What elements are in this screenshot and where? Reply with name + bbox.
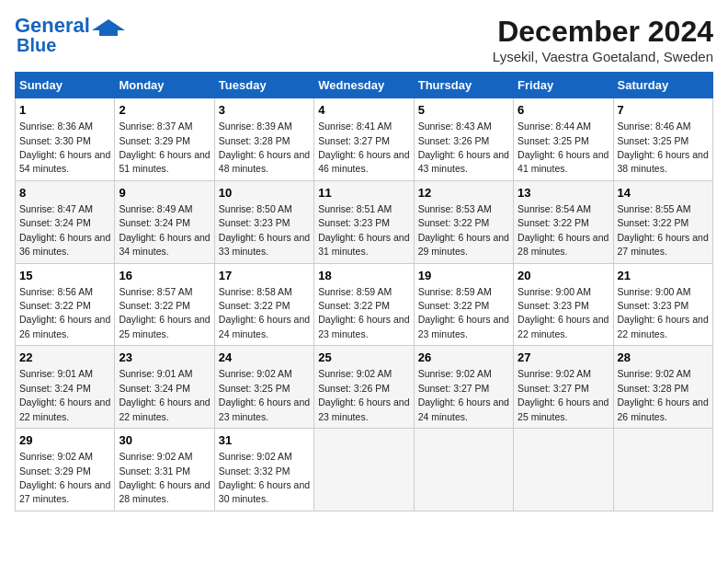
day-info: Sunrise: 8:54 AMSunset: 3:22 PMDaylight:… — [518, 203, 609, 257]
calendar-cell: 27Sunrise: 9:02 AMSunset: 3:27 PMDayligh… — [514, 346, 613, 429]
day-info: Sunrise: 8:53 AMSunset: 3:22 PMDaylight:… — [418, 203, 509, 257]
day-info: Sunrise: 9:02 AMSunset: 3:29 PMDaylight:… — [19, 451, 110, 504]
calendar-cell: 20Sunrise: 9:00 AMSunset: 3:23 PMDayligh… — [514, 263, 613, 346]
day-header-friday: Friday — [514, 73, 613, 98]
day-info: Sunrise: 9:02 AMSunset: 3:27 PMDaylight:… — [418, 368, 509, 421]
day-info: Sunrise: 8:50 AMSunset: 3:23 PMDaylight:… — [219, 203, 310, 257]
day-number: 11 — [318, 185, 409, 201]
day-number: 26 — [418, 350, 509, 366]
svg-marker-0 — [92, 19, 125, 36]
day-number: 24 — [219, 350, 310, 366]
calendar-cell: 13Sunrise: 8:54 AMSunset: 3:22 PMDayligh… — [514, 180, 613, 263]
day-header-monday: Monday — [115, 73, 214, 98]
calendar-cell — [414, 429, 513, 511]
page-title: December 2024 — [493, 15, 713, 49]
day-info: Sunrise: 9:01 AMSunset: 3:24 PMDaylight:… — [19, 368, 110, 421]
day-number: 31 — [219, 432, 310, 449]
day-info: Sunrise: 9:02 AMSunset: 3:25 PMDaylight:… — [219, 368, 310, 421]
calendar-cell: 15Sunrise: 8:56 AMSunset: 3:22 PMDayligh… — [16, 263, 115, 346]
calendar-cell — [314, 429, 414, 511]
day-info: Sunrise: 8:41 AMSunset: 3:27 PMDaylight:… — [318, 121, 409, 174]
calendar-cell: 21Sunrise: 9:00 AMSunset: 3:23 PMDayligh… — [613, 263, 712, 346]
day-number: 8 — [19, 185, 110, 201]
day-info: Sunrise: 8:39 AMSunset: 3:28 PMDaylight:… — [219, 121, 310, 174]
page-subtitle: Lysekil, Vaestra Goetaland, Sweden — [493, 49, 713, 64]
day-number: 30 — [119, 432, 210, 449]
day-number: 16 — [119, 268, 210, 284]
day-number: 15 — [19, 268, 110, 284]
day-info: Sunrise: 8:47 AMSunset: 3:24 PMDaylight:… — [19, 203, 110, 257]
calendar-cell: 24Sunrise: 9:02 AMSunset: 3:25 PMDayligh… — [214, 346, 313, 429]
day-info: Sunrise: 9:01 AMSunset: 3:24 PMDaylight:… — [119, 368, 210, 421]
day-info: Sunrise: 8:58 AMSunset: 3:22 PMDaylight:… — [219, 286, 310, 339]
calendar-cell: 25Sunrise: 9:02 AMSunset: 3:26 PMDayligh… — [314, 346, 414, 429]
logo-blue-text: Blue — [17, 35, 56, 55]
calendar-cell: 14Sunrise: 8:55 AMSunset: 3:22 PMDayligh… — [613, 180, 712, 263]
calendar-cell: 9Sunrise: 8:49 AMSunset: 3:24 PMDaylight… — [115, 180, 214, 263]
day-number: 4 — [318, 102, 409, 119]
day-info: Sunrise: 9:02 AMSunset: 3:27 PMDaylight:… — [518, 368, 609, 421]
calendar-cell: 12Sunrise: 8:53 AMSunset: 3:22 PMDayligh… — [414, 180, 513, 263]
calendar-cell: 4Sunrise: 8:41 AMSunset: 3:27 PMDaylight… — [314, 98, 414, 181]
day-info: Sunrise: 9:02 AMSunset: 3:31 PMDaylight:… — [119, 451, 210, 504]
day-info: Sunrise: 9:00 AMSunset: 3:23 PMDaylight:… — [518, 286, 609, 339]
day-info: Sunrise: 8:51 AMSunset: 3:23 PMDaylight:… — [318, 203, 409, 257]
day-number: 29 — [19, 432, 110, 449]
calendar-cell: 1Sunrise: 8:36 AMSunset: 3:30 PMDaylight… — [16, 98, 115, 181]
day-number: 9 — [119, 185, 210, 201]
days-header-row: SundayMondayTuesdayWednesdayThursdayFrid… — [16, 73, 713, 98]
day-info: Sunrise: 9:02 AMSunset: 3:32 PMDaylight:… — [219, 451, 310, 504]
week-row-4: 22Sunrise: 9:01 AMSunset: 3:24 PMDayligh… — [16, 346, 713, 429]
day-number: 20 — [518, 268, 609, 284]
week-row-3: 15Sunrise: 8:56 AMSunset: 3:22 PMDayligh… — [16, 263, 713, 346]
week-row-1: 1Sunrise: 8:36 AMSunset: 3:30 PMDaylight… — [16, 98, 713, 181]
calendar-cell: 18Sunrise: 8:59 AMSunset: 3:22 PMDayligh… — [314, 263, 414, 346]
day-number: 3 — [219, 102, 310, 119]
day-number: 21 — [618, 268, 709, 284]
day-info: Sunrise: 8:46 AMSunset: 3:25 PMDaylight:… — [618, 121, 709, 174]
calendar-cell: 28Sunrise: 9:02 AMSunset: 3:28 PMDayligh… — [613, 346, 712, 429]
day-info: Sunrise: 8:49 AMSunset: 3:24 PMDaylight:… — [119, 203, 210, 257]
day-header-sunday: Sunday — [16, 73, 115, 98]
day-number: 2 — [119, 102, 210, 119]
calendar-cell: 31Sunrise: 9:02 AMSunset: 3:32 PMDayligh… — [214, 429, 313, 511]
day-header-thursday: Thursday — [414, 73, 513, 98]
day-info: Sunrise: 8:57 AMSunset: 3:22 PMDaylight:… — [119, 286, 210, 339]
calendar-body: 1Sunrise: 8:36 AMSunset: 3:30 PMDaylight… — [16, 98, 713, 511]
day-number: 5 — [418, 102, 509, 119]
day-number: 28 — [618, 350, 709, 366]
day-number: 27 — [518, 350, 609, 366]
calendar-cell: 7Sunrise: 8:46 AMSunset: 3:25 PMDaylight… — [613, 98, 712, 181]
day-number: 1 — [19, 102, 110, 119]
calendar-cell: 19Sunrise: 8:59 AMSunset: 3:22 PMDayligh… — [414, 263, 513, 346]
calendar-cell: 8Sunrise: 8:47 AMSunset: 3:24 PMDaylight… — [16, 180, 115, 263]
calendar-cell: 11Sunrise: 8:51 AMSunset: 3:23 PMDayligh… — [314, 180, 414, 263]
day-info: Sunrise: 9:02 AMSunset: 3:28 PMDaylight:… — [618, 368, 709, 421]
day-info: Sunrise: 8:56 AMSunset: 3:22 PMDaylight:… — [19, 286, 110, 339]
day-number: 12 — [418, 185, 509, 201]
calendar-cell: 6Sunrise: 8:44 AMSunset: 3:25 PMDaylight… — [514, 98, 613, 181]
day-number: 13 — [518, 185, 609, 201]
day-info: Sunrise: 9:00 AMSunset: 3:23 PMDaylight:… — [618, 286, 709, 339]
calendar-cell: 17Sunrise: 8:58 AMSunset: 3:22 PMDayligh… — [214, 263, 313, 346]
day-header-wednesday: Wednesday — [314, 73, 414, 98]
day-info: Sunrise: 8:43 AMSunset: 3:26 PMDaylight:… — [418, 121, 509, 174]
calendar-cell: 26Sunrise: 9:02 AMSunset: 3:27 PMDayligh… — [414, 346, 513, 429]
day-number: 18 — [318, 268, 409, 284]
calendar-cell: 30Sunrise: 9:02 AMSunset: 3:31 PMDayligh… — [115, 429, 214, 511]
day-number: 19 — [418, 268, 509, 284]
title-block: December 2024 Lysekil, Vaestra Goetaland… — [493, 15, 713, 64]
calendar-cell: 3Sunrise: 8:39 AMSunset: 3:28 PMDaylight… — [214, 98, 313, 181]
day-info: Sunrise: 9:02 AMSunset: 3:26 PMDaylight:… — [318, 368, 409, 421]
calendar-cell: 29Sunrise: 9:02 AMSunset: 3:29 PMDayligh… — [16, 429, 115, 511]
logo: General Blue — [15, 15, 125, 55]
calendar-table: SundayMondayTuesdayWednesdayThursdayFrid… — [15, 72, 713, 511]
week-row-5: 29Sunrise: 9:02 AMSunset: 3:29 PMDayligh… — [16, 429, 713, 511]
day-header-saturday: Saturday — [613, 73, 712, 98]
calendar-cell: 5Sunrise: 8:43 AMSunset: 3:26 PMDaylight… — [414, 98, 513, 181]
calendar-cell: 22Sunrise: 9:01 AMSunset: 3:24 PMDayligh… — [16, 346, 115, 429]
calendar-header: SundayMondayTuesdayWednesdayThursdayFrid… — [16, 73, 713, 98]
day-info: Sunrise: 8:37 AMSunset: 3:29 PMDaylight:… — [119, 121, 210, 174]
day-number: 10 — [219, 185, 310, 201]
page-header: General Blue December 2024 Lysekil, Vaes… — [15, 15, 713, 64]
